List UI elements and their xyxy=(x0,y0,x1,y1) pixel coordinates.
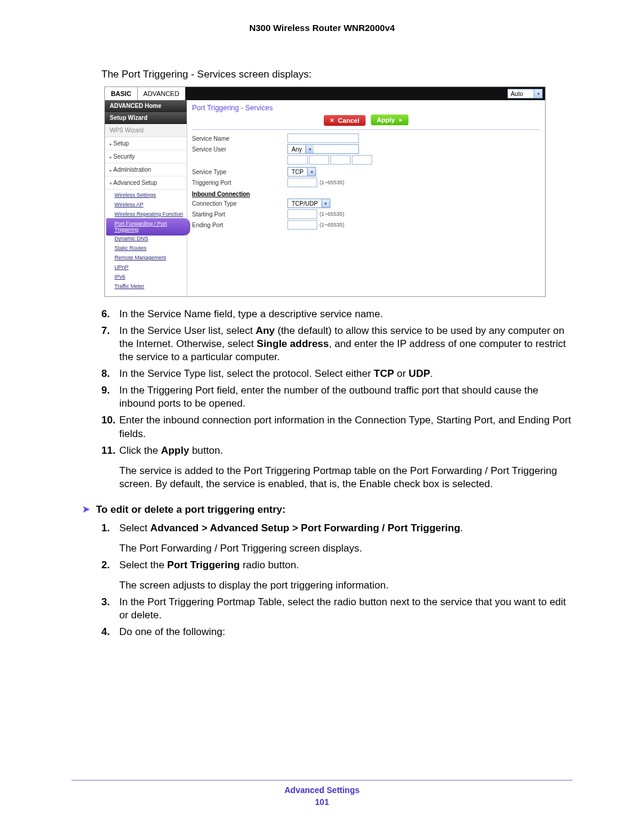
service-name-input[interactable] xyxy=(287,134,359,143)
sub-wireless-settings[interactable]: Wireless Settings xyxy=(114,191,187,200)
sidebar-item-setup-wizard[interactable]: Setup Wizard xyxy=(105,112,187,124)
sidebar: ADVANCED Home Setup Wizard WPS Wizard ▸S… xyxy=(105,100,187,296)
auto-label: Auto xyxy=(508,91,534,97)
sub-wireless-ap[interactable]: Wireless AP xyxy=(114,200,187,210)
close-icon: ✕ xyxy=(330,117,335,123)
auto-dropdown[interactable]: Auto ▾ xyxy=(507,89,543,98)
doc-header: N300 Wireless Router WNR2000v4 xyxy=(72,23,572,33)
label-service-user: Service User xyxy=(192,146,287,153)
sub-ipv6[interactable]: IPv6 xyxy=(114,272,187,282)
arrow-right-icon: ➤ xyxy=(82,504,90,516)
service-user-select[interactable]: Any ▾ xyxy=(287,144,359,154)
instruction-list-b: 1. Select Advanced > Advanced Setup > Po… xyxy=(101,522,572,639)
ip-address-inputs[interactable] xyxy=(287,155,372,165)
sub-dynamic-dns[interactable]: Dynamic DNS xyxy=(114,234,187,244)
sub-remote-mgmt[interactable]: Remote Management xyxy=(114,253,187,263)
intro-text: The Port Triggering - Services screen di… xyxy=(101,69,572,80)
sidebar-item-advanced-setup[interactable]: ▾Advanced Setup xyxy=(105,176,187,190)
tab-advanced[interactable]: ADVANCED xyxy=(138,87,185,100)
procedure-heading: ➤ To edit or delete a port triggering en… xyxy=(82,504,572,516)
label-starting-port: Starting Port xyxy=(192,211,287,218)
starting-port-input[interactable] xyxy=(287,209,317,219)
label-ending-port: Ending Port xyxy=(192,222,287,228)
chevron-down-icon: ▾ xyxy=(321,199,330,208)
label-connection-type: Connection Type xyxy=(192,200,287,207)
footer-section: Advanced Settings xyxy=(72,785,572,795)
sidebar-item-security[interactable]: ▸Security xyxy=(105,150,187,163)
inbound-connection-heading: Inbound Connection xyxy=(192,191,540,197)
sub-traffic-meter[interactable]: Traffic Meter xyxy=(114,282,187,292)
ending-port-input[interactable] xyxy=(287,220,317,230)
panel-title: Port Triggering - Services xyxy=(192,104,540,112)
triggering-port-input[interactable] xyxy=(287,178,317,187)
sidebar-item-administration[interactable]: ▸Administration xyxy=(105,163,187,176)
sidebar-item-adv-home[interactable]: ADVANCED Home xyxy=(105,100,187,112)
router-screenshot: BASIC ADVANCED Auto ▾ ADVANCED Home Setu… xyxy=(104,86,546,297)
instruction-list-a: 6.In the Service Name field, type a desc… xyxy=(101,308,572,491)
sub-static-routes[interactable]: Static Routes xyxy=(114,244,187,253)
label-service-type: Service Type xyxy=(192,169,287,175)
sidebar-item-wps-wizard[interactable]: WPS Wizard xyxy=(105,124,187,137)
apply-button[interactable]: Apply▸ xyxy=(371,114,409,125)
tab-basic[interactable]: BASIC xyxy=(105,87,138,100)
cancel-button[interactable]: ✕Cancel xyxy=(324,115,366,126)
port-range-hint: (1~65535) xyxy=(320,179,344,185)
connection-type-select[interactable]: TCP/UDP ▾ xyxy=(287,199,330,208)
label-triggering-port: Triggering Port xyxy=(192,179,287,186)
chevron-down-icon: ▾ xyxy=(307,168,315,176)
chevron-down-icon: ▾ xyxy=(305,145,314,153)
port-range-hint: (1~65535) xyxy=(320,211,344,217)
sub-upnp[interactable]: UPnP xyxy=(114,263,187,272)
label-service-name: Service Name xyxy=(192,135,287,142)
port-range-hint: (1~65535) xyxy=(320,222,344,228)
arrow-right-icon: ▸ xyxy=(400,117,402,123)
sub-port-forwarding[interactable]: Port Forwarding / Port Triggering xyxy=(114,219,187,235)
page-footer: Advanced Settings 101 xyxy=(72,780,572,807)
footer-page-number: 101 xyxy=(72,797,572,807)
service-type-select[interactable]: TCP ▾ xyxy=(287,167,316,176)
chevron-down-icon: ▾ xyxy=(534,89,542,98)
sidebar-item-setup[interactable]: ▸Setup xyxy=(105,137,187,150)
